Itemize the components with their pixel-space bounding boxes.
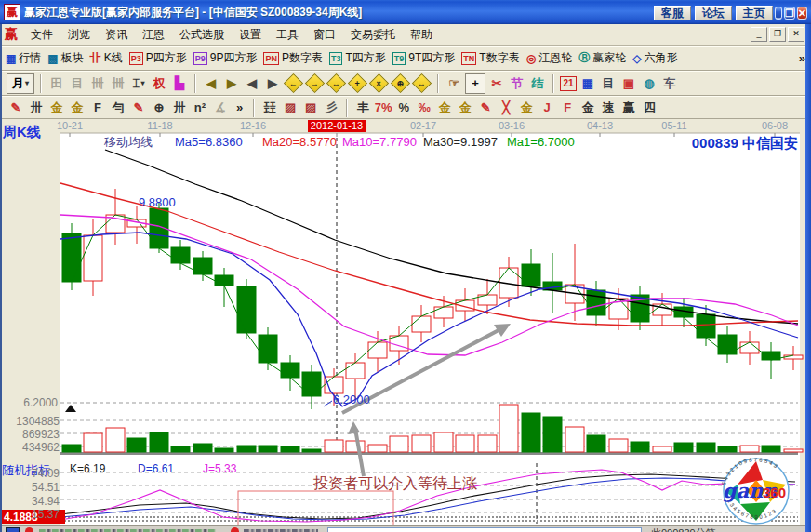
9p-square-button[interactable]: P99P四方形 — [193, 50, 258, 66]
candle-style-button-dropdown-arrow[interactable]: ▾ — [140, 79, 144, 87]
data-transfer-button[interactable]: 车 — [660, 74, 679, 93]
p-square-button[interactable]: P3P四方形 — [129, 50, 187, 66]
menu-tools[interactable]: 工具 — [269, 25, 306, 45]
pick-tool-button[interactable]: ✂ — [487, 74, 506, 93]
customer-service-button[interactable]: 客服 — [654, 6, 691, 20]
calculator-button[interactable]: ▦ — [578, 74, 597, 93]
gann-diamond-wide-button[interactable]: ↔ — [412, 73, 432, 93]
gann-diamond-right-button[interactable]: → — [305, 73, 325, 93]
parallel-lines-button[interactable]: 彡 — [322, 99, 340, 117]
maximize-button[interactable]: ❐ — [784, 7, 795, 20]
gann-diamond-left-button[interactable]: ← — [284, 73, 303, 93]
mdi-close-button[interactable]: ✕ — [788, 27, 804, 42]
9t-square-button[interactable]: T99T四方形 — [392, 50, 456, 66]
frame-tool-button[interactable]: 㠭 — [260, 99, 279, 117]
permille-button[interactable]: ‰ — [415, 99, 433, 117]
candle-style-button[interactable]: ⌶▾ — [129, 74, 148, 93]
web-save-button[interactable]: ◍ — [640, 74, 658, 93]
gold-circle-button[interactable]: 金 — [435, 99, 454, 117]
gann-diamond-lr-button[interactable]: ↔ — [326, 73, 346, 93]
gann-diamond-oplus-button[interactable]: ⊕ — [391, 73, 410, 93]
gold-angle-button[interactable]: 金 — [517, 99, 536, 117]
season-tool-button[interactable]: 节 — [508, 74, 526, 93]
channel-button[interactable]: 丰 — [353, 99, 372, 117]
t-square-button[interactable]: T3T四方形 — [329, 50, 386, 66]
quote-table-button[interactable]: ▦行情 — [6, 50, 41, 66]
ray-fan-button[interactable]: ▨ — [281, 99, 299, 117]
menu-formula-stockpick[interactable]: 公式选股 — [172, 25, 232, 45]
gold-fan-button[interactable]: 金 — [578, 99, 597, 117]
status-input-field[interactable] — [327, 527, 642, 532]
percent-angle-button[interactable]: 7% — [374, 99, 392, 117]
candle-body — [412, 316, 431, 332]
crosshair-button[interactable]: + — [465, 73, 485, 94]
menu-help[interactable]: 帮助 — [403, 25, 440, 45]
toolbar1-more-chevron[interactable]: » — [799, 51, 805, 65]
percent-button[interactable]: % — [394, 99, 413, 117]
spiral-button[interactable]: 勻 — [109, 99, 127, 117]
four-line-button[interactable]: 四 — [640, 99, 658, 117]
last-page-button[interactable]: ▶ — [222, 74, 241, 93]
next-bar-button[interactable]: ▶ — [263, 74, 282, 93]
homepage-button[interactable]: 主页 — [736, 6, 773, 20]
draw-pen2-button[interactable]: ✎ — [129, 99, 148, 117]
menu-browse[interactable]: 浏览 — [60, 25, 98, 45]
kdj-k-value: K=6.19 — [70, 462, 106, 475]
sector-button[interactable]: ▩板块 — [47, 50, 83, 66]
window-border-right[interactable] — [805, 24, 811, 532]
calendar21-button[interactable]: 21 — [560, 76, 577, 91]
toolbar3-more-chevron[interactable]: » — [236, 100, 243, 114]
p-number-table-button[interactable]: PNP数字表 — [263, 50, 323, 66]
minute9-button: 卌 — [109, 74, 127, 93]
j-angle-button[interactable]: J — [538, 99, 556, 117]
line-group-button[interactable]: 结 — [528, 74, 547, 93]
menu-trade[interactable]: 交易委托 — [343, 25, 403, 45]
exright-button[interactable]: 权 — [150, 74, 168, 93]
close-button[interactable]: ✕ — [797, 7, 807, 20]
hexagon-button[interactable]: ◇六角形 — [632, 50, 677, 66]
menu-window[interactable]: 窗口 — [306, 25, 343, 45]
gold-grid-button[interactable]: 金 — [47, 99, 66, 117]
menu-file[interactable]: 文件 — [23, 25, 60, 45]
f-grid-button[interactable]: F — [88, 99, 107, 117]
mdi-minimize-button[interactable]: _ — [751, 27, 767, 42]
gold-section-button[interactable]: 金 — [456, 99, 474, 117]
volume-chart-button[interactable]: ▙ — [170, 74, 189, 93]
gann-diamond-plus-button[interactable]: + — [348, 73, 367, 93]
period-month-button[interactable]: 月▾ — [7, 73, 34, 94]
wave-tool-button[interactable]: ╳ — [497, 99, 515, 117]
save-button[interactable]: ▣ — [619, 74, 638, 93]
gann-diamond-x-button[interactable]: × — [369, 73, 389, 93]
gold-grid2-button[interactable]: 金 — [68, 99, 86, 117]
menu-settings[interactable]: 设置 — [232, 25, 269, 45]
menu-gann[interactable]: 江恩 — [135, 25, 172, 45]
toolbar-separator — [40, 74, 42, 93]
draw-pen-button[interactable]: ✎ — [7, 99, 25, 117]
n-square-button[interactable]: n² — [191, 99, 209, 117]
winner-wheel-button[interactable]: Ⓑ赢家轮 — [578, 50, 626, 66]
notes-button[interactable]: 目 — [599, 74, 618, 93]
period-month-button-dropdown-arrow[interactable]: ▾ — [25, 79, 29, 87]
f-angle-button[interactable]: F — [558, 99, 577, 117]
winner-line-button[interactable]: 赢 — [619, 99, 638, 117]
minimize-button[interactable]: _ — [775, 7, 782, 20]
candle-body — [62, 233, 81, 282]
shade-box-button[interactable]: ▨ — [301, 99, 320, 117]
forum-button[interactable]: 论坛 — [695, 6, 732, 20]
speed-line-button[interactable]: 速 — [599, 99, 618, 117]
mdi-restore-button[interactable]: ❐ — [769, 27, 786, 42]
gann-wheel-button[interactable]: ◎江恩轮 — [526, 50, 572, 66]
chart-canvas[interactable]: 10-2111-1812-162012-01-1302-1703-1604-13… — [0, 119, 811, 525]
ma1-value: Ma1=6.7000 — [507, 135, 575, 149]
status-icon-red — [25, 527, 33, 532]
first-page-button[interactable]: ◀ — [202, 74, 220, 93]
t-number-table-button[interactable]: TNT数字表 — [461, 50, 519, 66]
hash-lines-button[interactable]: 卅 — [170, 99, 189, 117]
circle-grid-button[interactable]: ⊕ — [150, 99, 168, 117]
flag-pen-button[interactable]: ✎ — [476, 99, 495, 117]
kline-button[interactable]: 卝K线 — [90, 50, 123, 66]
prev-bar-button[interactable]: ◀ — [243, 74, 261, 93]
menu-news[interactable]: 资讯 — [98, 25, 135, 45]
pan-hand-button[interactable]: ☞ — [445, 74, 463, 93]
grid-lines-button[interactable]: 卅 — [27, 99, 46, 117]
